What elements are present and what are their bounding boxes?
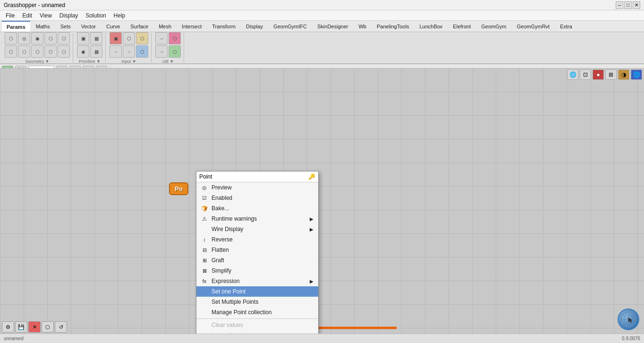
bottom-btn-4[interactable]: ⬡ — [42, 321, 54, 333]
bottom-btn-3[interactable]: ✕ — [28, 321, 41, 333]
tb-prim-2[interactable]: ▦ — [90, 32, 102, 44]
view-btn-1[interactable]: 🌐 — [567, 69, 578, 80]
warnings-icon: ⚠ — [200, 214, 209, 223]
maximize-button[interactable]: □ — [624, 1, 632, 9]
context-menu-search-input[interactable] — [199, 173, 308, 180]
ctx-simplify[interactable]: ⊠ Simplify — [196, 266, 318, 276]
ctx-reverse[interactable]: ↕ Reverse — [196, 234, 318, 245]
tb-util-1[interactable]: → — [155, 32, 168, 44]
tb-input-5[interactable]: → — [123, 45, 135, 58]
bottom-btn-5[interactable]: ↺ — [55, 321, 67, 333]
tb-util-3[interactable]: → — [155, 45, 168, 58]
ctx-wire-display[interactable]: Wire Display ▶ — [196, 224, 318, 234]
tb-input-2[interactable]: ⬡ — [123, 32, 135, 44]
tab-surface[interactable]: Surface — [126, 21, 153, 32]
tab-intersect[interactable]: Intersect — [177, 21, 206, 32]
minimize-button[interactable]: – — [616, 1, 623, 9]
ctx-flatten[interactable]: ⊟ Flatten — [196, 245, 318, 255]
tab-vector[interactable]: Vector — [76, 21, 101, 32]
tb-geo-5[interactable]: ⬡ — [58, 32, 70, 44]
titlebar-title: Grasshopper - unnamed — [4, 2, 65, 9]
tab-transform[interactable]: Transform — [207, 21, 240, 32]
ctx-manage-point-collection[interactable]: Manage Point collection — [196, 307, 318, 317]
menu-solution[interactable]: Solution — [82, 10, 110, 20]
tab-mesh[interactable]: Mesh — [154, 21, 176, 32]
tb-input-1[interactable]: ▣ — [110, 32, 122, 44]
topright-view-buttons: 🌐 ⊡ ● ⊞ ◑ 🌐 — [567, 68, 642, 81]
ctx-set-one-point[interactable]: Set one Point — [196, 286, 318, 297]
tab-geomgymifc[interactable]: GeomGymIFC — [269, 21, 312, 32]
view-btn-3[interactable]: ● — [593, 69, 604, 80]
ctx-enabled[interactable]: ☑ Enabled — [196, 193, 318, 203]
point-node[interactable]: Po — [169, 182, 188, 195]
tab-elefront[interactable]: Elefront — [448, 21, 475, 32]
canvas[interactable]: Po 🔑 ◎ Preview ☑ Enabled 🍞 Bake... ⚠ Run… — [0, 68, 644, 334]
ctx-preview[interactable]: ◎ Preview — [196, 182, 318, 193]
tab-curve[interactable]: Curve — [102, 21, 125, 32]
ctx-graft[interactable]: ⊞ Graft — [196, 255, 318, 266]
menu-help[interactable]: Help — [110, 10, 129, 20]
tb-geo-8[interactable]: ⬡ — [31, 45, 43, 58]
tb-prim-1[interactable]: ▣ — [77, 32, 89, 44]
menu-edit[interactable]: Edit — [18, 10, 36, 20]
tb-geo-7[interactable]: ⬡ — [18, 45, 30, 58]
tb-util-4[interactable]: ⬡ — [169, 45, 181, 58]
tab-display[interactable]: Display — [241, 21, 268, 32]
view-btn-4[interactable]: ⊞ — [605, 69, 617, 80]
tab-lunchbox[interactable]: LunchBox — [415, 21, 447, 32]
view-btn-2[interactable]: ⊡ — [580, 69, 591, 80]
tab-geomgym[interactable]: GeomGym — [476, 21, 511, 32]
tb-geo-2[interactable]: ◎ — [18, 32, 30, 44]
tb-geo-3[interactable]: ◉ — [31, 32, 43, 44]
flatten-icon: ⊟ — [200, 246, 209, 254]
tb-input-6[interactable]: ⬡ — [136, 45, 148, 58]
tab-skindesigner[interactable]: SkinDesigner — [313, 21, 353, 32]
tb-geo-1[interactable]: ⬡ — [5, 32, 17, 44]
view-btn-5[interactable]: ◑ — [618, 69, 629, 80]
toolbar-input-label: Input ▼ — [121, 59, 136, 64]
ctx-bake[interactable]: 🍞 Bake... — [196, 203, 318, 214]
bake-icon: 🍞 — [200, 204, 209, 213]
titlebar: Grasshopper - unnamed – □ ✕ — [0, 0, 644, 10]
tb-input-4[interactable]: → — [110, 45, 122, 58]
ctx-runtime-warnings[interactable]: ⚠ Runtime warnings ▶ — [196, 214, 318, 224]
bottom-btn-1[interactable]: ⚙ — [2, 321, 14, 333]
view-btn-6[interactable]: 🌐 — [631, 69, 642, 80]
ctx-internalise-data[interactable]: Internalise data — [196, 330, 318, 334]
ctx-clear-values[interactable]: Clear values — [196, 320, 318, 330]
menu-file[interactable]: File — [2, 10, 18, 20]
tb-geo-10[interactable]: ⬡ — [58, 45, 70, 58]
context-menu-search: 🔑 — [196, 172, 318, 182]
menu-display[interactable]: Display — [56, 10, 82, 20]
reverse-icon: ↕ — [200, 235, 209, 244]
tab-params[interactable]: Params — [2, 21, 30, 32]
menubar: File Edit View Display Solution Help — [0, 10, 644, 21]
menu-view[interactable]: View — [36, 10, 56, 20]
simplify-icon: ⊠ — [200, 266, 209, 275]
toolbar-util-label: Util ▼ — [162, 59, 174, 64]
tab-maths[interactable]: Maths — [31, 21, 55, 32]
tb-geo-6[interactable]: ⬡ — [5, 45, 17, 58]
bottom-btn-2[interactable]: 💾 — [15, 321, 27, 333]
bottombar: ⚙ 💾 ✕ ⬡ ↺ — [0, 320, 69, 334]
tab-extra[interactable]: Extra — [555, 21, 577, 32]
tab-geomgymrvt[interactable]: GeomGymRvt — [512, 21, 554, 32]
ctx-expression[interactable]: fx Expression ▶ — [196, 276, 318, 286]
tb-prim-3[interactable]: ◉ — [77, 45, 89, 58]
globe-icon — [618, 309, 639, 330]
ctx-set-multiple-points[interactable]: Set Multiple Points — [196, 297, 318, 307]
titlebar-controls: – □ ✕ — [616, 1, 640, 9]
tb-geo-4[interactable]: ⬡ — [44, 32, 57, 44]
tb-util-2[interactable]: ⬡ — [169, 32, 181, 44]
tab-wb[interactable]: Wb — [354, 21, 371, 32]
tb-geo-9[interactable]: ⬡ — [44, 45, 57, 58]
close-button[interactable]: ✕ — [633, 1, 640, 9]
toolbar: ⬡ ◎ ◉ ⬡ ⬡ ⬡ ⬡ ⬡ ⬡ ⬡ Geometry ▼ ▣ ▦ ◉ ▦ P… — [0, 32, 644, 64]
expression-icon: fx — [200, 277, 209, 285]
statusbar: unnamed 0.9.0076 — [0, 334, 644, 343]
tab-panelingtools[interactable]: PanelingTools — [372, 21, 414, 32]
tb-prim-4[interactable]: ▦ — [90, 45, 102, 58]
toolbar-primitive-label: Primitive ▼ — [79, 59, 101, 64]
tab-sets[interactable]: Sets — [56, 21, 76, 32]
tb-input-3[interactable]: ⬡ — [136, 32, 148, 44]
